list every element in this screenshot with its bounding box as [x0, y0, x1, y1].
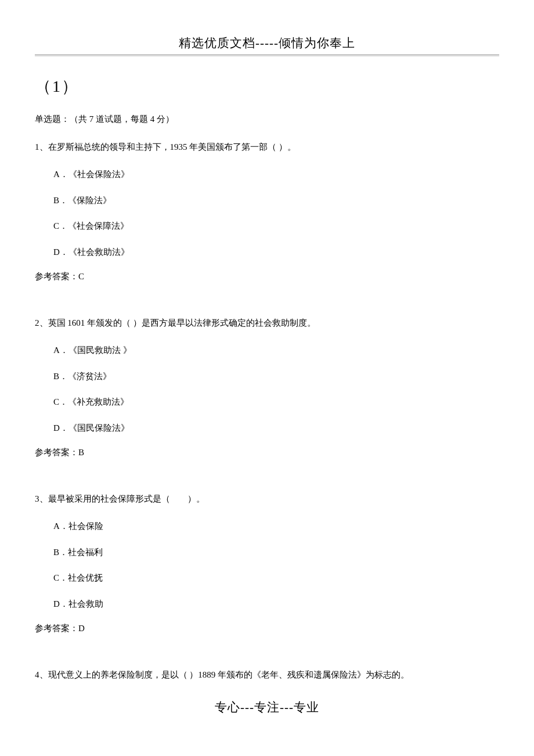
section-number: （1） — [35, 75, 499, 98]
answer-text: 参考答案：C — [35, 271, 499, 282]
option-a: A．《社会保险法》 — [53, 168, 499, 181]
question-stem: 1、在罗斯福总统的领导和主持下，1935 年美国颁布了第一部（ ）。 — [35, 140, 499, 154]
option-d: D．《社会救助法》 — [53, 246, 499, 259]
option-b: B．社会福利 — [53, 546, 499, 559]
option-a: A．《国民救助法 》 — [53, 344, 499, 357]
answer-text: 参考答案：B — [35, 447, 499, 458]
section-instruction: 单选题：（共 7 道试题，每题 4 分） — [35, 114, 499, 125]
options-group: A．《社会保险法》 B．《保险法》 C．《社会保障法》 D．《社会救助法》 — [35, 168, 499, 258]
option-b: B．《保险法》 — [53, 194, 499, 207]
options-group: A．社会保险 B．社会福利 C．社会优抚 D．社会救助 — [35, 520, 499, 610]
question-stem: 2、英国 1601 年颁发的（ ）是西方最早以法律形式确定的社会救助制度。 — [35, 316, 499, 330]
page-header: 精选优质文档-----倾情为你奉上 — [35, 35, 499, 55]
question-stem: 4、现代意义上的养老保险制度，是以（ ）1889 年颁布的《老年、残疾和遗属保险… — [35, 668, 499, 682]
option-d: D．《国民保险法》 — [53, 422, 499, 435]
page-footer: 专心---专注---专业 — [35, 699, 499, 715]
option-a: A．社会保险 — [53, 520, 499, 533]
header-underline — [35, 55, 499, 55]
option-c: C．《社会保障法》 — [53, 219, 499, 233]
answer-text: 参考答案：D — [35, 623, 499, 634]
option-c: C．《补充救助法》 — [53, 395, 499, 409]
option-c: C．社会优抚 — [53, 571, 499, 585]
option-d: D．社会救助 — [53, 597, 499, 611]
option-b: B．《济贫法》 — [53, 370, 499, 383]
options-group: A．《国民救助法 》 B．《济贫法》 C．《补充救助法》 D．《国民保险法》 — [35, 344, 499, 434]
question-stem: 3、最早被采用的社会保障形式是（ ）。 — [35, 492, 499, 506]
